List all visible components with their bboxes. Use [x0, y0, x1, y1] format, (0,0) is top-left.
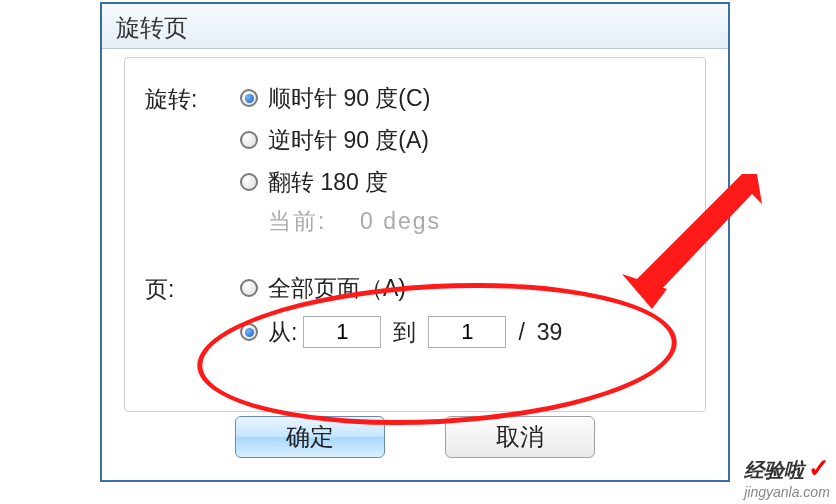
watermark-text: 经验啦 [744, 457, 804, 484]
dialog-title: 旋转页 [116, 14, 188, 41]
radio-cw90[interactable] [240, 89, 258, 107]
page-section: 页: 全部页面（A) 从: 到 / 39 [125, 270, 705, 352]
from-label: 从: [268, 317, 297, 348]
rotate-label: 旋转: [145, 80, 240, 115]
radio-flip180[interactable] [240, 173, 258, 191]
radio-ccw90-label: 逆时针 90 度(A) [268, 125, 429, 156]
from-page-input[interactable] [303, 316, 381, 348]
rotate-section: 旋转: 顺时针 90 度(C) 逆时针 90 度(A) 翻转 180 度 [125, 80, 705, 237]
dialog-content: 旋转: 顺时针 90 度(C) 逆时针 90 度(A) 翻转 180 度 [102, 49, 728, 480]
page-options: 全部页面（A) 从: 到 / 39 [240, 270, 705, 352]
radio-flip180-option[interactable]: 翻转 180 度 [240, 164, 705, 200]
rotate-options: 顺时针 90 度(C) 逆时针 90 度(A) 翻转 180 度 当前: 0 d… [240, 80, 705, 237]
radio-page-range[interactable] [240, 323, 258, 341]
watermark: 经验啦 ✓ jingyanla.com [744, 453, 830, 500]
radio-cw90-label: 顺时针 90 度(C) [268, 83, 430, 114]
watermark-top: 经验啦 ✓ [744, 453, 830, 484]
current-rotation-label: 当前: [268, 208, 326, 234]
options-group: 旋转: 顺时针 90 度(C) 逆时针 90 度(A) 翻转 180 度 [124, 57, 706, 412]
to-label: 到 [393, 317, 416, 348]
page-range-line: 从: 到 / 39 [240, 312, 705, 352]
total-pages: 39 [537, 319, 563, 346]
current-rotation: 当前: 0 degs [268, 206, 705, 237]
button-row: 确定 取消 [102, 416, 728, 458]
cancel-button[interactable]: 取消 [445, 416, 595, 458]
radio-all-pages-label: 全部页面（A) [268, 273, 406, 304]
radio-flip180-label: 翻转 180 度 [268, 167, 388, 198]
to-page-input[interactable] [428, 316, 506, 348]
page-label: 页: [145, 270, 240, 305]
page-slash: / [518, 319, 524, 346]
watermark-check-icon: ✓ [808, 453, 830, 484]
ok-button[interactable]: 确定 [235, 416, 385, 458]
current-rotation-value: 0 degs [360, 208, 441, 234]
radio-all-pages-option[interactable]: 全部页面（A) [240, 270, 705, 306]
dialog-title-bar: 旋转页 [102, 4, 728, 49]
rotate-page-dialog: 旋转页 旋转: 顺时针 90 度(C) 逆时针 90 度(A) 翻转 [100, 2, 730, 482]
radio-all-pages[interactable] [240, 279, 258, 297]
radio-cw90-option[interactable]: 顺时针 90 度(C) [240, 80, 705, 116]
radio-ccw90-option[interactable]: 逆时针 90 度(A) [240, 122, 705, 158]
watermark-url: jingyanla.com [744, 484, 830, 500]
radio-ccw90[interactable] [240, 131, 258, 149]
